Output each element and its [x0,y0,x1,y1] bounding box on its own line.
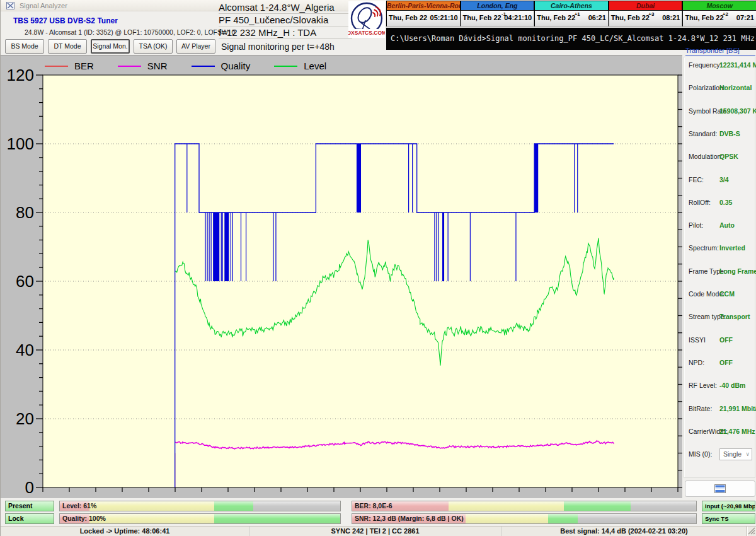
series-quality-band [534,144,538,213]
series-quality-band [213,213,219,281]
param-row-frame-type: Frame Type:Long Frame [684,267,756,276]
status-flag-sync-ts: Sync TS [702,513,755,524]
clock-moscow: MoscowThu, Feb 22+207:21 [682,1,756,26]
param-row-mis: MIS (0):Single∨ [684,450,756,459]
status-cell-0: Locked -> Uptime: 48:06:41 [1,527,249,536]
legend-line-sample [274,66,297,67]
clock-berlin-paris-vienna-roma: Berlin-Paris-Vienna-RomaThu, Feb 2205:21… [386,1,461,26]
dxsatcs-logo: DXSATCS.COM [348,1,385,38]
param-label: RF Level: [689,382,717,389]
series-quality-band [357,144,361,213]
legend-line-sample [45,66,68,67]
transponder-capture-button[interactable] [685,481,755,497]
y-axis-label: 20 [16,409,34,428]
legend-label: Level [304,61,326,71]
param-label: Spectrum: [689,244,719,252]
clock-time-display: Thu, Feb 22+207:21 [683,11,756,26]
svg-text:DXSATCS.COM: DXSATCS.COM [348,30,385,36]
tab-tsa-ok[interactable]: TSA (OK) [134,39,173,54]
param-row-rolloff: RollOff:0.35 [684,199,756,207]
param-label: ISSYI [689,336,706,344]
param-value: 3/4 [719,176,729,184]
mis-dropdown[interactable]: Single∨ [719,448,752,460]
clock-time-display: Thu, Feb 22+106:21 [535,11,609,26]
signal-analyzer-window: Signal Analyzer TBS 5927 USB DVB-S2 Tune… [0,0,756,536]
clock-time-display: Thu, Feb 22-104:21:10 [461,11,535,26]
status-bar: Locked -> Uptime: 48:06:41SYNC 242 | TEI… [1,526,756,536]
chart-legend: BERSNRQualityLevel [45,61,326,71]
param-label: MIS (0): [689,450,712,458]
clock-date: Thu, Feb 22 [463,14,501,21]
signal-chart-panel: BERSNRQualityLevel 020406080100120 [1,55,682,498]
param-label: BitRate: [689,405,712,412]
tab-bs-mode[interactable]: BS Mode [5,39,44,54]
param-row-rf-level: RF Level:-40 dBm [684,382,756,390]
utc-offset: +1 [575,11,580,17]
param-value: 21,476 MHz [719,428,755,435]
param-label: Modulation: [689,153,723,160]
mode-tabs: BS ModeDT ModeSignal Mon.TSA (OK)AV Play… [5,39,215,54]
param-label: Pilot: [689,221,703,229]
legend-label: BER [74,61,94,71]
clock-city-label: Dubai [609,1,683,11]
status-flag-present: Present [5,501,54,511]
status-cell-1: SYNC 242 | TEI 2 | CC 2861 [249,527,501,536]
tab-av-player[interactable]: AV Player [176,39,215,54]
legend-line-sample [118,66,141,67]
window-icon [714,484,726,493]
clock-time-display: Thu, Feb 22+308:21 [609,11,683,26]
clock-date: Thu, Feb 22 [389,14,427,21]
param-value: 12231,414 MHz [719,61,756,69]
y-axis-label: 120 [7,66,34,84]
transponder-panel: Frequency:12231,414 MHzPolarization:Hori… [684,57,755,478]
legend-label: SNR [147,61,168,71]
param-value: Horizontal [719,84,752,91]
legend-line-sample [192,66,215,67]
clock-london-eng: London, EngThu, Feb 22-104:21:10 [461,1,535,26]
param-row-npd: NPD:OFF [684,359,756,368]
gauge-label: Quality: 100% [62,515,106,522]
legend-item-ber: BER [45,61,94,71]
param-row-spectrum: Spectrum:Inverted [684,244,756,253]
tab-signal-mon[interactable]: Signal Mon. [91,39,130,54]
clock-date: Thu, Feb 22 [611,14,650,21]
param-value: -40 dBm [719,382,745,389]
tuner-details: 24.8W - Alcomsat 1 (ID: 3352) @ LOF1: 10… [25,28,235,36]
gauge-label: Level: 61% [62,502,96,510]
param-row-bitrate: BitRate:21,991 Mbit/s [684,405,756,414]
utc-offset: +3 [648,11,654,17]
clock-city-label: Cairo-Athens [535,1,609,11]
signal-monitoring-chart: 020406080100120 [1,56,682,499]
param-value: 0.35 [719,199,732,206]
clock-city-label: Moscow [683,1,756,11]
param-value: Auto [719,221,735,229]
tuner-name: TBS 5927 USB DVB-S2 Tuner [13,16,118,25]
legend-label: Quality [221,61,251,71]
clock-time: 05:21:10 [430,14,458,21]
y-axis-label: 80 [16,203,34,222]
session-info: Alcomsat 1-24.8°W_Algeria PF 450_Lučenec… [219,1,352,39]
legend-item-snr: SNR [118,61,168,71]
param-value: QPSK [719,153,738,160]
param-value: DVB-S [719,130,740,137]
param-row-polarization: Polarization:Horizontal [684,84,756,93]
y-axis-label: 60 [16,272,34,291]
resize-grip[interactable] [748,527,755,535]
mis-selected-value: Single [723,450,742,458]
clock-time: 06:21 [588,14,606,21]
status-flag-lock: Lock [5,513,54,524]
param-value: CCM [719,290,735,298]
session-line-1: Alcomsat 1-24.8°W_Algeria [219,1,352,14]
param-value: 15908,307 KS/s [719,107,756,115]
clock-date: Thu, Feb 22 [537,14,575,21]
clock-time: 04:21:10 [504,14,532,21]
y-axis-label: 100 [7,134,34,153]
series-quality-band [442,213,444,281]
tab-dt-mode[interactable]: DT Mode [48,39,87,54]
param-value: OFF [719,336,733,344]
clock-dubai: DubaiThu, Feb 22+308:21 [609,1,683,26]
gauge-label: BER: 8,0E-6 [355,502,392,510]
param-row-symbol-rate: Symbol Rate:15908,307 KS/s [684,107,756,116]
param-row-code-mode: Code Mode:CCM [684,290,756,299]
gauge-level: Level: 61% [59,501,341,511]
